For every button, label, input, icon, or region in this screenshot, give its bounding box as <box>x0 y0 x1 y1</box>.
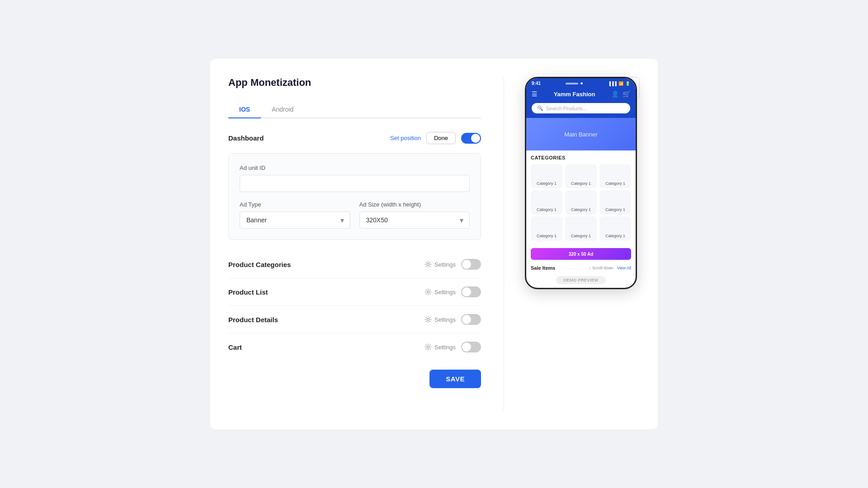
phone-status-bar: 9:41 ▐▐▐ 📶 🔋 <box>526 78 636 88</box>
app-name: Yamm Fashion <box>554 91 595 98</box>
dashboard-toggle[interactable] <box>461 133 481 144</box>
done-button[interactable]: Done <box>426 132 456 144</box>
category-label: Category 1 <box>537 207 557 212</box>
page-title: App Monetization <box>228 77 481 89</box>
ad-type-select-wrap: Banner Interstitial Rewarded ▾ <box>240 211 350 229</box>
gear-icon <box>425 288 432 296</box>
gear-icon <box>425 316 432 323</box>
category-label: Category 1 <box>605 207 625 212</box>
category-label: Category 1 <box>571 181 591 186</box>
phone-time: 9:41 <box>532 81 541 86</box>
category-grid-row-2: Category 1 Category 1 Category 1 <box>531 190 631 215</box>
tab-android[interactable]: Android <box>261 101 304 118</box>
product-categories-row: Product Categories Settings <box>228 251 481 278</box>
product-list-settings-button[interactable]: Settings <box>425 288 456 296</box>
search-icon: 🔍 <box>537 105 543 111</box>
cart-label: Cart <box>228 343 242 351</box>
svg-point-3 <box>427 291 429 293</box>
product-details-label: Product Details <box>228 316 278 324</box>
save-button[interactable]: SAVE <box>429 370 481 388</box>
product-list-row: Product List Settings <box>228 278 481 306</box>
scroll-down-indicator: ↓ Scroll down <box>589 266 613 270</box>
category-label: Category 1 <box>571 234 591 238</box>
set-position-button[interactable]: Set position <box>390 135 421 141</box>
category-item: Category 1 <box>565 216 597 241</box>
product-list-toggle[interactable] <box>461 286 481 297</box>
product-categories-toggle[interactable] <box>461 259 481 270</box>
phone-search-bar: 🔍 Search Products... <box>532 103 630 113</box>
sale-items-label: Sale Items <box>531 265 555 271</box>
phone-sale-items: Sale Items ↓ Scroll down View All <box>526 263 636 272</box>
svg-point-5 <box>427 346 429 348</box>
demo-preview-area: DEMO PREVIEW <box>526 272 636 288</box>
category-item: Category 1 <box>531 190 562 215</box>
phone-search-area: 🔍 Search Products... <box>526 100 636 118</box>
category-item: Category 1 <box>531 164 562 188</box>
product-list-label: Product List <box>228 288 268 296</box>
ad-type-label: Ad Type <box>240 201 350 208</box>
category-grid-row-3: Category 1 Category 1 Category 1 <box>531 216 631 241</box>
cart-icon: 🛒 <box>623 90 630 98</box>
phone-ad-banner: 320 x 50 Ad <box>531 248 631 260</box>
panel-divider <box>504 77 504 411</box>
category-label: Category 1 <box>571 207 591 212</box>
banner-text: Main Banner <box>564 131 598 138</box>
dashboard-label: Dashboard <box>228 134 264 142</box>
arrow-down-icon: ↓ <box>589 266 591 270</box>
dashboard-actions: Set position Done <box>390 132 481 144</box>
gear-icon <box>425 343 432 351</box>
cart-settings-button[interactable]: Settings <box>425 343 456 351</box>
product-categories-label: Product Categories <box>228 261 291 268</box>
phone-navbar: ☰ Yamm Fashion 👤 🛒 <box>526 88 636 100</box>
categories-title: CATEGORIES <box>531 155 631 160</box>
view-all-link: View All <box>617 266 631 270</box>
product-categories-settings-button[interactable]: Settings <box>425 261 456 268</box>
tabs: IOS Android <box>228 101 481 118</box>
gear-icon <box>425 261 432 268</box>
ad-unit-id-label: Ad unit ID <box>240 164 470 171</box>
dashboard-row: Dashboard Set position Done <box>228 132 481 144</box>
phone-status-icons: ▐▐▐ 📶 🔋 <box>608 81 630 86</box>
cart-toggle[interactable] <box>461 342 481 352</box>
category-item: Category 1 <box>531 216 562 241</box>
category-item: Category 1 <box>599 164 631 188</box>
category-label: Category 1 <box>537 181 557 186</box>
phone-main-banner: Main Banner <box>526 118 636 150</box>
ad-banner-text: 320 x 50 Ad <box>569 252 594 257</box>
phone-frame: 9:41 ▐▐▐ 📶 🔋 ☰ Yamm Fashion 👤 🛒 <box>525 77 637 289</box>
product-details-settings-button[interactable]: Settings <box>425 316 456 323</box>
ad-type-select[interactable]: Banner Interstitial Rewarded <box>240 211 350 229</box>
ad-size-select-wrap: 320X50 468X60 728X90 ▾ <box>359 211 470 229</box>
category-item: Category 1 <box>565 190 597 215</box>
category-label: Category 1 <box>605 234 625 238</box>
demo-preview-badge: DEMO PREVIEW <box>556 276 605 284</box>
phone-nav-icons: 👤 🛒 <box>611 90 630 98</box>
product-details-toggle[interactable] <box>461 314 481 325</box>
search-placeholder: Search Products... <box>546 106 587 111</box>
dashboard-card: Ad unit ID Ad Type Banner Interstitial R… <box>228 153 481 240</box>
phone-categories: CATEGORIES Category 1 Category 1 Categor… <box>526 150 636 245</box>
scroll-down-label: Scroll down <box>592 266 613 270</box>
category-item: Category 1 <box>599 190 631 215</box>
category-item: Category 1 <box>565 164 597 188</box>
phone-preview-panel: 9:41 ▐▐▐ 📶 🔋 ☰ Yamm Fashion 👤 🛒 <box>522 77 640 411</box>
category-grid-row-1: Category 1 Category 1 Category 1 <box>531 164 631 188</box>
settings-rows: Product Categories Settings Product List <box>228 251 481 361</box>
svg-point-4 <box>427 319 429 321</box>
ad-size-select[interactable]: 320X50 468X60 728X90 <box>359 211 470 229</box>
category-label: Category 1 <box>537 234 557 238</box>
product-details-row: Product Details Settings <box>228 306 481 333</box>
ad-size-label: Ad Size (width x height) <box>359 201 470 208</box>
cart-row: Cart Settings <box>228 333 481 361</box>
hamburger-icon: ☰ <box>532 90 538 98</box>
ad-unit-id-input[interactable] <box>240 175 470 192</box>
user-icon: 👤 <box>611 90 619 98</box>
category-label: Category 1 <box>605 181 625 186</box>
svg-point-2 <box>427 263 429 266</box>
tab-ios[interactable]: IOS <box>228 101 261 118</box>
category-item: Category 1 <box>599 216 631 241</box>
